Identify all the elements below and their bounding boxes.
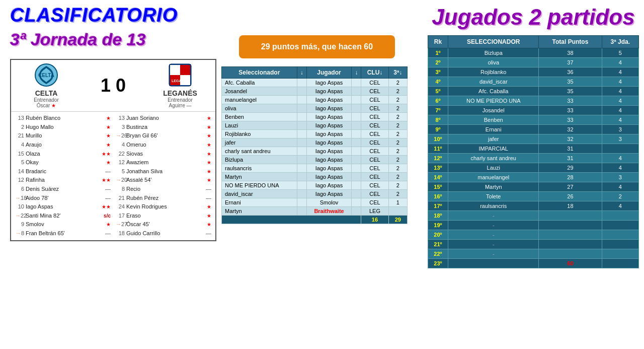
jugador-cell: Iago Aspas [306, 138, 352, 147]
lineup-number: 12 [116, 158, 125, 167]
lineup-row: 12Rafinha★★ [15, 176, 111, 185]
leganes-logo: LEGANÉS [168, 63, 192, 87]
home-team-name: CELTA [35, 89, 58, 97]
lineup-player-name: Smolov [26, 220, 105, 229]
club-cell: CEL [361, 147, 388, 156]
pts-cell: 2 [388, 113, 407, 121]
lineup-player-name: Juan Soriano [126, 114, 205, 123]
right-title: Jugados 2 partidos [428, 5, 639, 29]
table-row: Afc. CaballaIago AspasCEL2 [222, 79, 408, 87]
points-button[interactable]: 29 puntos más, que hacen 60 [239, 35, 395, 58]
title-jornada: 3ª Jornada de 13 [10, 30, 221, 49]
lineup-player-name: Kevin Rodrigues [126, 202, 205, 212]
rank-num-cell: 9º [428, 125, 448, 134]
table-row: BenbenIago AspasCEL2 [222, 113, 408, 121]
rank-num-cell: 13º [428, 163, 448, 173]
lineup-player-name: Rubén Pérez [126, 194, 204, 203]
rank-sel-cell: david_iscar [448, 77, 539, 87]
rank-row: 22º- [428, 249, 639, 259]
sel-filter-cell [297, 113, 306, 121]
lineup-mark: ★ [207, 141, 211, 150]
table-row: BizlupaIago AspasCEL2 [222, 156, 408, 164]
lineup-mark: ★ [207, 212, 211, 221]
lineup-player-name: Rubén Blanco [26, 114, 105, 123]
sel-filter-cell [297, 198, 306, 207]
club-cell: CEL [361, 104, 388, 113]
rank-pts-cell: 35 [539, 87, 602, 96]
lineup-number: 8 [116, 185, 125, 194]
rank-sel-cell: Martyn [448, 182, 539, 192]
jugador-filter-cell [352, 96, 361, 104]
lineup-number: 17 [116, 212, 125, 221]
jugador-filter-cell [352, 87, 361, 96]
lineup-number: →22 [15, 212, 24, 221]
lineup-mark: ★ [207, 167, 211, 176]
lineup-player-name: Santi Mina 82' [26, 212, 102, 221]
lineup-row: 24Kevin Rodrigues★ [116, 202, 211, 212]
rank-pts-cell: 27 [539, 182, 602, 192]
club-cell: CEL [361, 181, 388, 190]
svg-rect-3 [170, 65, 180, 75]
table-row: MartynIago AspasCEL2 [222, 173, 408, 181]
lineup-row: 18Guido Carrillo— [116, 229, 211, 238]
pts-cell: 1 [388, 198, 407, 207]
rank-pts-cell: 32 [539, 125, 602, 134]
table-row: david_iscarIago AspasCEL2 [222, 190, 408, 198]
rank-pts-cell: 37 [539, 58, 602, 67]
pts-cell: 2 [388, 121, 407, 130]
rank-row: 12ºcharly sant andreu314 [428, 154, 639, 163]
rank-jda-cell [602, 211, 639, 221]
rank-pts-cell: 28 [539, 173, 602, 182]
jugador-filter-cell [352, 190, 361, 198]
club-cell: CEL [361, 156, 388, 164]
footer-empty [222, 216, 361, 224]
lineup-mark: — [105, 194, 111, 203]
sel-name-cell: charly sant andreu [222, 147, 297, 156]
middle-section: 29 puntos más, que hacen 60 Seleccionado… [221, 5, 413, 224]
rank-sel-cell: Rojiblanko [448, 67, 539, 77]
lineup-mark: ★ [106, 131, 111, 141]
rank-jda-cell: 4 [602, 115, 639, 125]
club-cell: CEL [361, 121, 388, 130]
rank-sel-cell: charly sant andreu [448, 154, 539, 163]
lineup-mark: — [105, 167, 111, 176]
pts-cell: 2 [388, 147, 407, 156]
club-cell: LEG [361, 207, 388, 216]
away-team-name: LEGANÉS [163, 89, 197, 97]
lineup-row: 13Juan Soriano★ [116, 114, 211, 123]
th-jugador: Jugador [306, 67, 352, 79]
rank-row: 15ºMartyn274 [428, 182, 639, 192]
lineup-mark: — [206, 229, 211, 238]
lineup-row: →8Fran Beltrán 65'— [15, 229, 111, 238]
pts-cell: 2 [388, 156, 407, 164]
table-row: JosandelIago AspasCEL2 [222, 87, 408, 96]
lineup-row: 17Eraso★ [116, 212, 211, 221]
seleccionador-table: Seleccionador ↓ Jugador ↓ CLU↓ 3ª↓ Afc. … [221, 66, 408, 224]
away-lineup: 13Juan Soriano★3Bustinza★→26Bryan Gil 66… [116, 114, 211, 238]
lineup-number: 5 [116, 167, 125, 176]
jugador-filter-cell [352, 130, 361, 138]
rank-num-cell: 14º [428, 173, 448, 182]
rank-row: 13ºLauzi294 [428, 163, 639, 173]
sel-name-cell: Josandel [222, 87, 297, 96]
lineup-mark: ★ [106, 158, 111, 167]
th-filter1[interactable]: ↓ [297, 67, 306, 79]
th-total-pts: Total Puntos [539, 36, 602, 48]
lineup-mark: ★★ [102, 176, 111, 185]
table-row: raulsancrisIago AspasCEL2 [222, 164, 408, 173]
lineup-number: →27 [116, 220, 125, 229]
lineup-number: 18 [116, 229, 125, 238]
lineup-player-name: Siovas [126, 150, 205, 159]
th-filter2[interactable]: ↓ [352, 67, 361, 79]
lineup-mark: ★ [106, 141, 111, 150]
rank-num-cell: 16º [428, 192, 448, 201]
table-row: manuelangelIago AspasCEL2 [222, 96, 408, 104]
rank-jda-cell: 4 [602, 87, 639, 96]
right-section: Jugados 2 partidos Rk SELECCIONADOR Tota… [428, 5, 639, 268]
lineup-number: 9 [15, 220, 24, 229]
lineup-row: 4Araujo★ [15, 141, 111, 150]
rank-sel-cell: Benben [448, 115, 539, 125]
lineup-mark: ★ [207, 123, 211, 132]
rank-jda-cell [602, 259, 639, 268]
lineup-mark: ★ [207, 158, 211, 167]
